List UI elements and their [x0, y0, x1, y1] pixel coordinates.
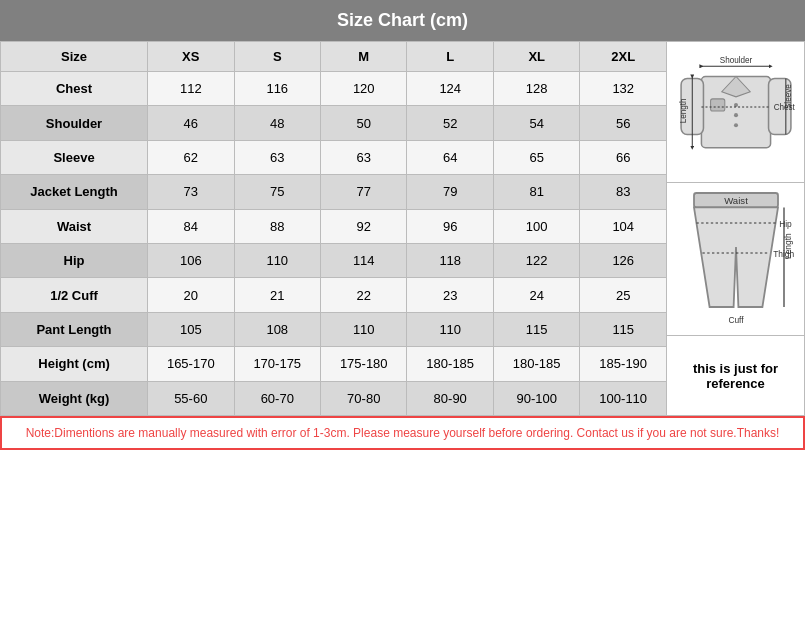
side-panel: Shoulder Chest Length Sleeve: [667, 41, 805, 416]
column-header: XS: [148, 42, 234, 72]
table-row: Shoulder464850525456: [1, 106, 667, 140]
cell-value: 70-80: [321, 381, 407, 416]
cell-value: 81: [493, 175, 579, 209]
column-header: 2XL: [580, 42, 667, 72]
svg-text:Hip: Hip: [779, 219, 792, 229]
cell-value: 114: [321, 244, 407, 278]
svg-text:Length: Length: [783, 233, 793, 259]
cell-value: 165-170: [148, 347, 234, 381]
cell-value: 108: [234, 312, 320, 346]
row-label: Waist: [1, 209, 148, 243]
cell-value: 88: [234, 209, 320, 243]
cell-value: 128: [493, 72, 579, 106]
cell-value: 25: [580, 278, 667, 312]
cell-value: 90-100: [493, 381, 579, 416]
cell-value: 100-110: [580, 381, 667, 416]
row-label: Sleeve: [1, 140, 148, 174]
cell-value: 23: [407, 278, 493, 312]
cell-value: 65: [493, 140, 579, 174]
row-label: Weight (kg): [1, 381, 148, 416]
table-row: Weight (kg)55-6060-7070-8080-9090-100100…: [1, 381, 667, 416]
svg-text:Shoulder: Shoulder: [719, 56, 752, 65]
column-header: Size: [1, 42, 148, 72]
pants-svg: Waist Hip Thigh Length Cuff: [676, 187, 796, 331]
svg-text:Length: Length: [679, 98, 688, 123]
cell-value: 185-190: [580, 347, 667, 381]
size-table: SizeXSSMLXL2XL Chest112116120124128132Sh…: [0, 41, 667, 416]
cell-value: 54: [493, 106, 579, 140]
cell-value: 60-70: [234, 381, 320, 416]
cell-value: 73: [148, 175, 234, 209]
cell-value: 20: [148, 278, 234, 312]
cell-value: 175-180: [321, 347, 407, 381]
cell-value: 66: [580, 140, 667, 174]
jacket-svg: Shoulder Chest Length Sleeve: [676, 46, 796, 178]
cell-value: 55-60: [148, 381, 234, 416]
cell-value: 96: [407, 209, 493, 243]
note-bar: Note:Dimentions are manually measured wi…: [0, 416, 805, 450]
row-label: Hip: [1, 244, 148, 278]
table-row: Hip106110114118122126: [1, 244, 667, 278]
table-row: 1/2 Cuff202122232425: [1, 278, 667, 312]
reference-text: this is just for reference: [667, 335, 804, 415]
cell-value: 64: [407, 140, 493, 174]
cell-value: 106: [148, 244, 234, 278]
cell-value: 110: [321, 312, 407, 346]
cell-value: 56: [580, 106, 667, 140]
column-header: L: [407, 42, 493, 72]
row-label: Chest: [1, 72, 148, 106]
table-wrapper: SizeXSSMLXL2XL Chest112116120124128132Sh…: [0, 41, 805, 416]
svg-text:Sleeve: Sleeve: [783, 84, 792, 109]
cell-value: 83: [580, 175, 667, 209]
cell-value: 21: [234, 278, 320, 312]
cell-value: 63: [321, 140, 407, 174]
svg-text:Cuff: Cuff: [728, 315, 744, 325]
cell-value: 48: [234, 106, 320, 140]
cell-value: 180-185: [407, 347, 493, 381]
cell-value: 110: [407, 312, 493, 346]
row-label: 1/2 Cuff: [1, 278, 148, 312]
table-header-row: SizeXSSMLXL2XL: [1, 42, 667, 72]
chart-title: Size Chart (cm): [0, 0, 805, 41]
cell-value: 80-90: [407, 381, 493, 416]
cell-value: 110: [234, 244, 320, 278]
row-label: Height (cm): [1, 347, 148, 381]
jacket-diagram: Shoulder Chest Length Sleeve: [667, 42, 804, 183]
cell-value: 124: [407, 72, 493, 106]
cell-value: 105: [148, 312, 234, 346]
cell-value: 118: [407, 244, 493, 278]
cell-value: 92: [321, 209, 407, 243]
row-label: Pant Length: [1, 312, 148, 346]
cell-value: 24: [493, 278, 579, 312]
table-row: Pant Length105108110110115115: [1, 312, 667, 346]
cell-value: 50: [321, 106, 407, 140]
svg-point-7: [733, 123, 737, 127]
cell-value: 75: [234, 175, 320, 209]
svg-point-5: [733, 103, 737, 107]
cell-value: 52: [407, 106, 493, 140]
cell-value: 126: [580, 244, 667, 278]
row-label: Shoulder: [1, 106, 148, 140]
cell-value: 180-185: [493, 347, 579, 381]
cell-value: 62: [148, 140, 234, 174]
cell-value: 63: [234, 140, 320, 174]
svg-rect-4: [710, 99, 724, 111]
cell-value: 132: [580, 72, 667, 106]
cell-value: 77: [321, 175, 407, 209]
column-header: S: [234, 42, 320, 72]
pants-diagram: Waist Hip Thigh Length Cuff: [667, 183, 804, 335]
cell-value: 22: [321, 278, 407, 312]
cell-value: 122: [493, 244, 579, 278]
cell-value: 46: [148, 106, 234, 140]
column-header: M: [321, 42, 407, 72]
cell-value: 116: [234, 72, 320, 106]
cell-value: 100: [493, 209, 579, 243]
cell-value: 115: [493, 312, 579, 346]
cell-value: 115: [580, 312, 667, 346]
cell-value: 84: [148, 209, 234, 243]
table-row: Chest112116120124128132: [1, 72, 667, 106]
cell-value: 104: [580, 209, 667, 243]
table-row: Waist84889296100104: [1, 209, 667, 243]
table-row: Height (cm)165-170170-175175-180180-1851…: [1, 347, 667, 381]
column-header: XL: [493, 42, 579, 72]
